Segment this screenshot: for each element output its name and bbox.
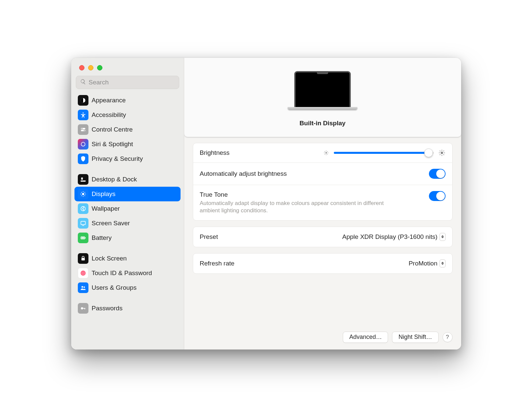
sidebar-item-label: Battery	[92, 234, 112, 242]
svg-point-9	[82, 193, 84, 195]
close-window[interactable]	[79, 65, 84, 70]
desktop-icon	[78, 174, 88, 185]
sidebar: Appearance Accessibility Control Centre	[71, 58, 184, 350]
accessibility-icon	[78, 110, 88, 120]
sidebar-item-label: Accessibility	[92, 111, 126, 119]
preset-row: Preset Apple XDR Display (P3-1600 nits)	[193, 227, 452, 247]
auto-brightness-toggle[interactable]	[429, 169, 446, 179]
svg-line-15	[84, 195, 85, 196]
advanced-button[interactable]: Advanced…	[343, 332, 388, 343]
svg-line-50	[443, 151, 444, 151]
sidebar-item-battery[interactable]: Battery	[74, 231, 181, 245]
svg-point-6	[81, 142, 85, 146]
sidebar-item-appearance[interactable]: Appearance	[74, 93, 181, 108]
sidebar-item-screensaver[interactable]: Screen Saver	[74, 216, 181, 231]
sidebar-item-label: Privacy & Security	[92, 155, 143, 162]
control-centre-icon	[78, 124, 88, 135]
brightness-row: Brightness	[193, 143, 452, 163]
preset-select[interactable]: Apple XDR Display (P3-1600 nits)	[342, 233, 445, 241]
svg-point-30	[81, 307, 83, 309]
sidebar-item-desktop[interactable]: Desktop & Dock	[74, 172, 181, 187]
appearance-icon	[78, 95, 88, 106]
search-input[interactable]	[89, 79, 175, 86]
true-tone-description: Automatically adapt display to make colo…	[200, 200, 403, 214]
lock-icon	[78, 253, 88, 264]
laptop-illustration	[288, 71, 357, 114]
minimize-window[interactable]	[88, 65, 93, 70]
svg-line-48	[443, 154, 444, 155]
refresh-label: Refresh rate	[200, 260, 235, 267]
svg-line-41	[327, 151, 328, 152]
sidebar-item-label: Siri & Spotlight	[92, 141, 133, 148]
chevron-updown-icon	[440, 233, 446, 241]
main-content: Displays Built-in Display Brightness	[184, 58, 461, 350]
battery-icon	[78, 233, 88, 243]
brightness-label: Brightness	[200, 149, 230, 156]
sidebar-item-displays[interactable]: Displays	[74, 187, 181, 201]
siri-icon	[78, 139, 88, 150]
footer: Advanced… Night Shift… ?	[184, 330, 461, 350]
svg-line-38	[325, 151, 325, 152]
svg-line-40	[325, 154, 325, 154]
privacy-icon	[78, 153, 88, 164]
sidebar-item-label: Wallpaper	[92, 205, 120, 212]
auto-brightness-label: Automatically adjust brightness	[200, 170, 287, 177]
displays-icon	[78, 189, 88, 199]
svg-point-29	[83, 286, 85, 288]
sidebar-item-label: Screen Saver	[92, 220, 130, 227]
sidebar-item-accessibility[interactable]: Accessibility	[74, 108, 181, 122]
sidebar-item-label: Passwords	[92, 305, 123, 312]
zoom-window[interactable]	[97, 65, 102, 70]
help-button[interactable]: ?	[443, 332, 453, 342]
screensaver-icon	[78, 218, 88, 229]
brightness-panel: Brightness Aut	[193, 143, 453, 221]
svg-point-27	[82, 272, 83, 273]
search-field[interactable]	[76, 76, 179, 89]
auto-brightness-row: Automatically adjust brightness	[193, 163, 452, 185]
svg-line-47	[440, 151, 440, 151]
brightness-slider[interactable]	[334, 152, 434, 154]
sidebar-item-touchid[interactable]: Touch ID & Password	[74, 266, 181, 280]
display-name-label: Built-in Display	[300, 120, 345, 127]
sidebar-item-siri[interactable]: Siri & Spotlight	[74, 137, 181, 152]
users-icon	[78, 282, 88, 293]
svg-line-14	[81, 192, 82, 193]
svg-point-1	[82, 112, 83, 113]
window: Appearance Accessibility Control Centre	[71, 58, 461, 350]
sidebar-item-label: Touch ID & Password	[92, 269, 152, 277]
preset-value: Apple XDR Display (P3-1600 nits)	[342, 233, 437, 241]
sidebar-item-lock-screen[interactable]: Lock Screen	[74, 251, 181, 266]
sidebar-nav: Appearance Accessibility Control Centre	[71, 93, 184, 350]
sidebar-item-label: Users & Groups	[92, 284, 137, 291]
sidebar-item-label: Appearance	[92, 97, 126, 104]
svg-line-39	[327, 154, 328, 154]
preset-panel: Preset Apple XDR Display (P3-1600 nits)	[193, 227, 453, 247]
wallpaper-icon	[78, 203, 88, 214]
search-icon	[80, 79, 86, 86]
svg-rect-20	[82, 225, 84, 226]
svg-point-26	[81, 271, 84, 274]
svg-rect-7	[80, 180, 85, 181]
night-shift-button[interactable]: Night Shift…	[392, 332, 438, 343]
sidebar-item-wallpaper[interactable]: Wallpaper	[74, 201, 181, 216]
sidebar-item-users[interactable]: Users & Groups	[74, 280, 181, 295]
true-tone-toggle[interactable]	[429, 191, 446, 201]
refresh-row: Refresh rate ProMotion	[193, 254, 452, 273]
sidebar-item-label: Desktop & Dock	[92, 176, 137, 183]
svg-point-4	[81, 128, 82, 129]
sidebar-item-control-centre[interactable]: Control Centre	[74, 122, 181, 137]
svg-point-28	[81, 286, 83, 288]
refresh-select[interactable]: ProMotion	[409, 259, 446, 267]
chevron-updown-icon	[440, 259, 446, 267]
svg-line-17	[84, 192, 85, 193]
sidebar-item-label: Lock Screen	[92, 255, 127, 262]
svg-point-5	[83, 130, 84, 131]
brightness-low-icon	[323, 150, 329, 156]
sidebar-item-label: Displays	[92, 190, 116, 198]
svg-rect-19	[81, 221, 85, 225]
sidebar-item-privacy[interactable]: Privacy & Security	[74, 152, 181, 166]
display-preview: Displays Built-in Display	[184, 58, 461, 137]
passwords-icon	[78, 303, 88, 314]
svg-line-49	[440, 154, 440, 155]
sidebar-item-passwords[interactable]: Passwords	[74, 301, 181, 316]
